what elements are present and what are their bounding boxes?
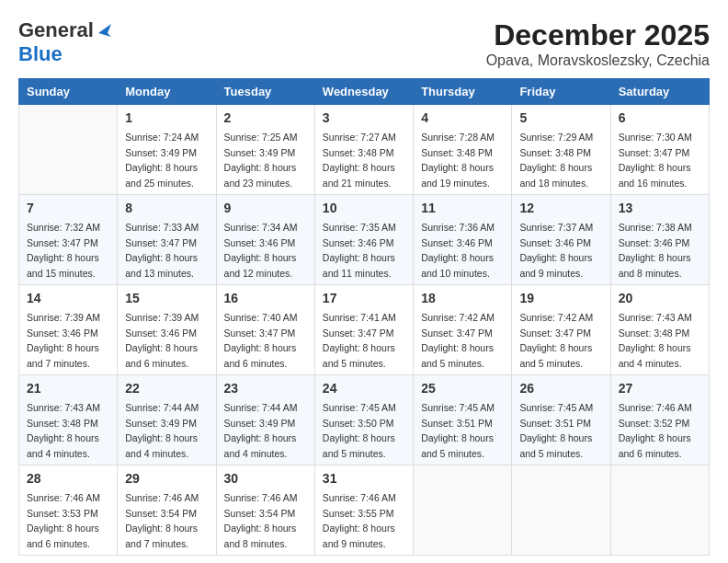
day-number: 30: [224, 469, 307, 488]
day-number: 9: [224, 199, 307, 218]
calendar-cell: [19, 105, 118, 195]
day-info: Sunrise: 7:39 AMSunset: 3:46 PMDaylight:…: [125, 312, 199, 369]
title-block: December 2025 Opava, Moravskoslezsky, Cz…: [486, 18, 710, 69]
day-number: 3: [323, 109, 405, 128]
calendar-cell: 1Sunrise: 7:24 AMSunset: 3:49 PMDaylight…: [118, 105, 216, 195]
calendar-cell: 27Sunrise: 7:46 AMSunset: 3:52 PMDayligh…: [610, 375, 709, 465]
calendar-cell: 10Sunrise: 7:35 AMSunset: 3:46 PMDayligh…: [314, 195, 413, 285]
calendar-title: December 2025: [486, 18, 710, 52]
calendar-cell: 22Sunrise: 7:44 AMSunset: 3:49 PMDayligh…: [118, 375, 216, 465]
header-wednesday: Wednesday: [314, 79, 413, 105]
day-info: Sunrise: 7:43 AMSunset: 3:48 PMDaylight:…: [27, 402, 100, 459]
day-number: 20: [619, 289, 701, 308]
day-number: 19: [519, 289, 602, 308]
header-thursday: Thursday: [414, 79, 512, 105]
day-info: Sunrise: 7:45 AMSunset: 3:51 PMDaylight:…: [421, 402, 495, 459]
header-friday: Friday: [512, 79, 610, 105]
day-info: Sunrise: 7:44 AMSunset: 3:49 PMDaylight:…: [125, 402, 199, 459]
day-info: Sunrise: 7:40 AMSunset: 3:47 PMDaylight:…: [224, 312, 298, 369]
logo-blue: Blue: [18, 42, 63, 65]
page-header: General Blue December 2025 Opava, Moravs…: [18, 18, 710, 69]
day-number: 28: [27, 469, 109, 488]
calendar-cell: 9Sunrise: 7:34 AMSunset: 3:46 PMDaylight…: [216, 195, 314, 285]
calendar-cell: 13Sunrise: 7:38 AMSunset: 3:46 PMDayligh…: [610, 195, 709, 285]
calendar-cell: 5Sunrise: 7:29 AMSunset: 3:48 PMDaylight…: [512, 105, 610, 195]
day-info: Sunrise: 7:38 AMSunset: 3:46 PMDaylight:…: [619, 222, 692, 279]
day-info: Sunrise: 7:42 AMSunset: 3:47 PMDaylight:…: [421, 312, 495, 369]
day-number: 14: [27, 289, 109, 308]
day-info: Sunrise: 7:46 AMSunset: 3:54 PMDaylight:…: [224, 492, 298, 549]
day-number: 10: [323, 199, 405, 218]
day-info: Sunrise: 7:25 AMSunset: 3:49 PMDaylight:…: [224, 132, 298, 189]
header-tuesday: Tuesday: [216, 79, 314, 105]
day-info: Sunrise: 7:46 AMSunset: 3:54 PMDaylight:…: [125, 492, 199, 549]
day-number: 15: [125, 289, 208, 308]
day-number: 24: [323, 379, 405, 398]
day-number: 31: [323, 469, 405, 488]
day-number: 16: [224, 289, 307, 308]
week-row-3: 14Sunrise: 7:39 AMSunset: 3:46 PMDayligh…: [19, 285, 710, 375]
calendar-cell: 17Sunrise: 7:41 AMSunset: 3:47 PMDayligh…: [314, 285, 413, 375]
calendar-header-row: SundayMondayTuesdayWednesdayThursdayFrid…: [19, 79, 710, 105]
day-info: Sunrise: 7:46 AMSunset: 3:53 PMDaylight:…: [27, 492, 100, 549]
day-number: 4: [421, 109, 504, 128]
calendar-cell: 29Sunrise: 7:46 AMSunset: 3:54 PMDayligh…: [118, 465, 216, 556]
calendar-cell: 21Sunrise: 7:43 AMSunset: 3:48 PMDayligh…: [19, 375, 118, 465]
day-number: 17: [323, 289, 405, 308]
day-info: Sunrise: 7:45 AMSunset: 3:50 PMDaylight:…: [323, 402, 396, 459]
calendar-cell: 7Sunrise: 7:32 AMSunset: 3:47 PMDaylight…: [19, 195, 118, 285]
calendar-cell: 30Sunrise: 7:46 AMSunset: 3:54 PMDayligh…: [216, 465, 314, 556]
calendar-cell: 12Sunrise: 7:37 AMSunset: 3:46 PMDayligh…: [512, 195, 610, 285]
day-number: 22: [125, 379, 208, 398]
week-row-1: 1Sunrise: 7:24 AMSunset: 3:49 PMDaylight…: [19, 105, 710, 195]
calendar-cell: 19Sunrise: 7:42 AMSunset: 3:47 PMDayligh…: [512, 285, 610, 375]
day-number: 26: [519, 379, 602, 398]
calendar-cell: [512, 465, 610, 556]
day-info: Sunrise: 7:46 AMSunset: 3:52 PMDaylight:…: [619, 402, 692, 459]
day-number: 23: [224, 379, 307, 398]
calendar-cell: 20Sunrise: 7:43 AMSunset: 3:48 PMDayligh…: [610, 285, 709, 375]
day-number: 27: [619, 379, 701, 398]
svg-marker-0: [98, 24, 111, 37]
day-number: 11: [421, 199, 504, 218]
logo-general: General: [18, 18, 94, 42]
calendar-cell: 28Sunrise: 7:46 AMSunset: 3:53 PMDayligh…: [19, 465, 118, 556]
day-info: Sunrise: 7:44 AMSunset: 3:49 PMDaylight:…: [224, 402, 298, 459]
day-number: 7: [27, 199, 109, 218]
day-info: Sunrise: 7:27 AMSunset: 3:48 PMDaylight:…: [323, 132, 396, 189]
calendar-cell: 23Sunrise: 7:44 AMSunset: 3:49 PMDayligh…: [216, 375, 314, 465]
day-info: Sunrise: 7:45 AMSunset: 3:51 PMDaylight:…: [519, 402, 593, 459]
day-number: 1: [125, 109, 208, 128]
calendar-cell: 25Sunrise: 7:45 AMSunset: 3:51 PMDayligh…: [414, 375, 512, 465]
header-saturday: Saturday: [610, 79, 709, 105]
day-info: Sunrise: 7:37 AMSunset: 3:46 PMDaylight:…: [519, 222, 593, 279]
day-info: Sunrise: 7:46 AMSunset: 3:55 PMDaylight:…: [323, 492, 396, 549]
day-number: 6: [619, 109, 701, 128]
calendar-cell: 6Sunrise: 7:30 AMSunset: 3:47 PMDaylight…: [610, 105, 709, 195]
calendar-cell: 2Sunrise: 7:25 AMSunset: 3:49 PMDaylight…: [216, 105, 314, 195]
calendar-cell: 8Sunrise: 7:33 AMSunset: 3:47 PMDaylight…: [118, 195, 216, 285]
week-row-4: 21Sunrise: 7:43 AMSunset: 3:48 PMDayligh…: [19, 375, 710, 465]
day-number: 2: [224, 109, 307, 128]
day-info: Sunrise: 7:36 AMSunset: 3:46 PMDaylight:…: [421, 222, 495, 279]
calendar-cell: 18Sunrise: 7:42 AMSunset: 3:47 PMDayligh…: [414, 285, 512, 375]
day-info: Sunrise: 7:42 AMSunset: 3:47 PMDaylight:…: [519, 312, 593, 369]
logo-bird-icon: [95, 20, 111, 37]
day-number: 8: [125, 199, 208, 218]
calendar-cell: 24Sunrise: 7:45 AMSunset: 3:50 PMDayligh…: [314, 375, 413, 465]
logo: General Blue: [18, 18, 111, 66]
header-monday: Monday: [118, 79, 216, 105]
day-number: 25: [421, 379, 504, 398]
calendar-cell: 4Sunrise: 7:28 AMSunset: 3:48 PMDaylight…: [414, 105, 512, 195]
day-number: 21: [27, 379, 109, 398]
day-number: 5: [519, 109, 602, 128]
day-info: Sunrise: 7:35 AMSunset: 3:46 PMDaylight:…: [323, 222, 396, 279]
day-number: 13: [619, 199, 701, 218]
calendar-cell: 16Sunrise: 7:40 AMSunset: 3:47 PMDayligh…: [216, 285, 314, 375]
calendar-cell: [414, 465, 512, 556]
calendar-cell: 14Sunrise: 7:39 AMSunset: 3:46 PMDayligh…: [19, 285, 118, 375]
header-sunday: Sunday: [19, 79, 118, 105]
day-number: 29: [125, 469, 208, 488]
day-info: Sunrise: 7:30 AMSunset: 3:47 PMDaylight:…: [619, 132, 692, 189]
calendar-cell: 11Sunrise: 7:36 AMSunset: 3:46 PMDayligh…: [414, 195, 512, 285]
